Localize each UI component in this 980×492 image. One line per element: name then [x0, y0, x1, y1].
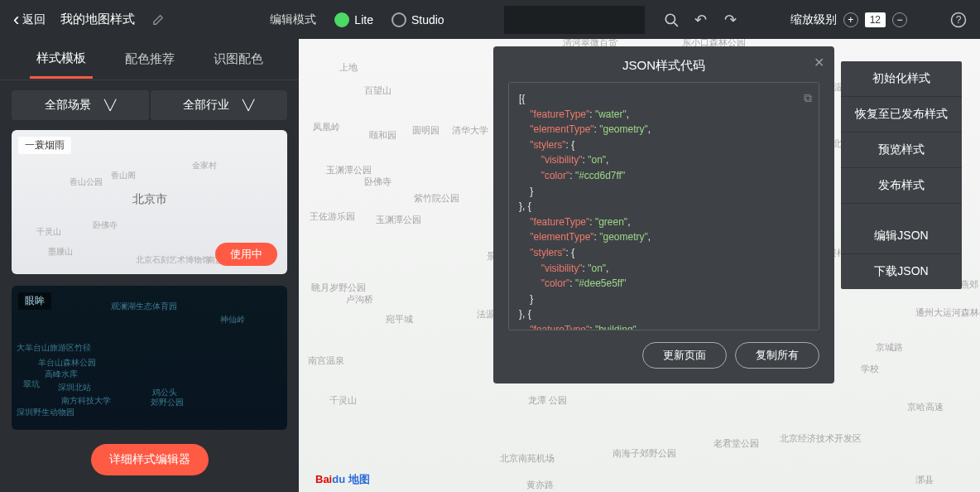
map-place-label: 千灵山	[329, 394, 357, 407]
map-place-label: 老君堂公园	[713, 437, 759, 450]
zoom-value: 12	[865, 12, 886, 27]
side-actions-menu: 初始化样式 恢复至已发布样式 预览样式 发布样式 编辑JSON 下载JSON	[841, 61, 962, 289]
action-restore-published[interactable]: 恢复至已发布样式	[841, 97, 962, 133]
baidu-logo: Baidu 地图	[315, 472, 370, 487]
template-card[interactable]: 观澜湖生态体育园神仙岭大羊台山旅游区竹径羊台山森林公园高峰水库深圳北站翠坑鸡公头…	[12, 286, 287, 430]
page-title: 我的地图样式	[60, 12, 135, 27]
map-place-label: 京哈高速	[907, 401, 944, 413]
map-place-label: 南海子郊野公园	[612, 447, 676, 460]
map-place-label: 通州大运河森林公园	[915, 306, 980, 319]
mode-lite-radio[interactable]: Lite	[334, 12, 373, 27]
template-card[interactable]: 北京市香山公园香山阁金家村千灵山卧佛寺墨腰山北京石刻艺术博物馆南沙河公园一蓑烟雨…	[12, 130, 287, 274]
map-place-label: 龙潭 公园	[528, 394, 567, 407]
use-template-button[interactable]: 使用中	[215, 243, 277, 266]
map-place-label: 清华大学	[452, 124, 488, 137]
map-place-label: 玉渊潭公园	[376, 214, 421, 226]
map-place-label: 漷县	[915, 474, 934, 486]
edit-mode-label: 编辑模式	[270, 12, 316, 27]
back-button[interactable]: 返回	[13, 9, 46, 31]
map-place-label: 京城路	[876, 341, 903, 354]
map-place-label: 王佐游乐园	[310, 210, 355, 223]
tabs: 样式模板 配色推荐 识图配色	[0, 39, 299, 80]
map-place-label: 卢沟桥	[346, 293, 373, 306]
chevron-down-icon: ╲╱	[104, 99, 116, 111]
tab-image-recognition[interactable]: 识图配色	[207, 41, 270, 77]
chevron-left-icon	[13, 9, 19, 31]
undo-icon[interactable]: ↶	[693, 12, 709, 28]
edit-title-icon[interactable]	[150, 12, 166, 28]
action-publish-style[interactable]: 发布样式	[841, 168, 962, 204]
svg-text:?: ?	[956, 14, 962, 26]
map-place-label: 黄亦路	[526, 479, 554, 491]
map-place-label: 凤凰岭	[313, 121, 340, 133]
mode-studio-radio[interactable]: Studio	[392, 12, 444, 27]
tab-style-templates[interactable]: 样式模板	[30, 41, 93, 79]
action-preview-style[interactable]: 预览样式	[841, 133, 962, 168]
map-place-label: 学校	[861, 363, 879, 375]
update-page-button[interactable]: 更新页面	[642, 342, 727, 369]
close-icon[interactable]: ✕	[814, 55, 824, 70]
map-place-label: 南宫温泉	[308, 355, 344, 367]
json-code-textarea[interactable]: ⧉ [{ "featureType": "water", "elementTyp…	[508, 82, 819, 330]
copy-icon[interactable]: ⧉	[804, 89, 812, 108]
action-edit-json[interactable]: 编辑JSON	[841, 219, 962, 254]
detail-style-editor-button[interactable]: 详细样式编辑器	[91, 444, 209, 475]
svg-point-0	[665, 14, 675, 23]
map-place-label: 玉渊潭公园	[326, 164, 372, 176]
map-place-label: 燕郊	[960, 278, 978, 291]
map-place-label: 圆明园	[412, 124, 440, 137]
filter-industry-dropdown[interactable]: 全部行业╲╱	[151, 90, 288, 120]
modal-title: JSON样式代码	[508, 58, 819, 74]
template-center-label: 北京市	[132, 192, 167, 207]
zoom-out-button[interactable]: −	[892, 12, 907, 27]
map-place-label: 卧佛寺	[364, 176, 392, 188]
template-name-tag: 眼眸	[18, 292, 51, 310]
chevron-down-icon: ╲╱	[243, 99, 254, 111]
json-code-modal: ✕ JSON样式代码 ⧉ [{ "featureType": "water", …	[493, 46, 834, 383]
map-place-label: 宛平城	[386, 313, 413, 326]
map-place-label: 百望山	[364, 84, 392, 97]
action-download-json[interactable]: 下载JSON	[841, 254, 962, 289]
help-icon[interactable]: ?	[950, 12, 967, 28]
search-input[interactable]	[504, 6, 645, 34]
tab-color-suggestions[interactable]: 配色推荐	[118, 41, 181, 77]
map-place-label: 眺月岁野公园	[311, 282, 366, 294]
template-list: 北京市香山公园香山阁金家村千灵山卧佛寺墨腰山北京石刻艺术博物馆南沙河公园一蓑烟雨…	[0, 130, 299, 432]
zoom-label: 缩放级别	[790, 12, 837, 27]
map-place-label: 颐和园	[369, 129, 396, 142]
zoom-in-button[interactable]: +	[843, 12, 858, 27]
map-place-label: 紫竹院公园	[414, 192, 459, 205]
map-place-label: 北京经济技术开发区	[780, 432, 862, 445]
redo-icon[interactable]: ↷	[723, 12, 739, 28]
template-name-tag: 一蓑烟雨	[18, 137, 71, 154]
filter-scene-dropdown[interactable]: 全部场景╲╱	[12, 90, 149, 120]
back-label: 返回	[22, 12, 46, 27]
search-icon[interactable]	[663, 12, 680, 28]
copy-all-button[interactable]: 复制所有	[735, 342, 819, 369]
sidebar: 样式模板 配色推荐 识图配色 全部场景╲╱ 全部行业╲╱ 北京市香山公园香山阁金…	[0, 39, 299, 492]
map-place-label: 上地	[339, 61, 358, 74]
action-init-style[interactable]: 初始化样式	[841, 61, 962, 97]
map-place-label: 北京南苑机场	[500, 452, 555, 465]
